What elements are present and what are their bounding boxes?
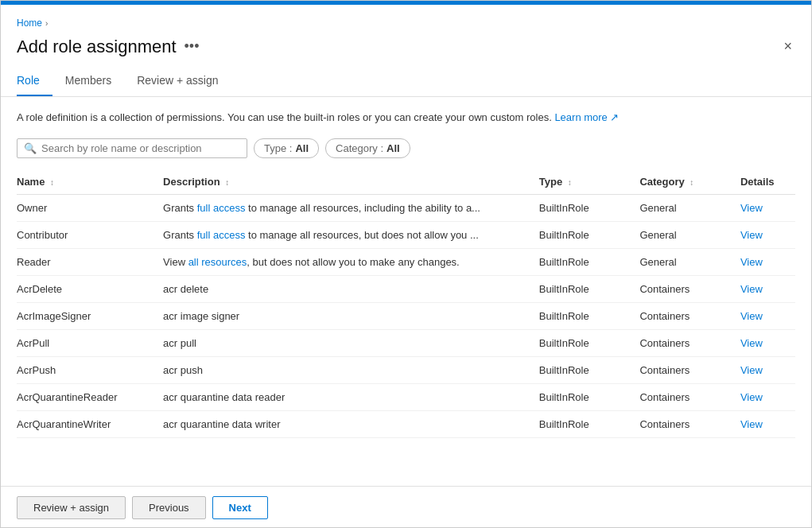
cell-type: BuiltInRole (539, 329, 640, 356)
breadcrumb-home[interactable]: Home (17, 17, 42, 29)
filter-row: 🔍 Type : All Category : All (17, 138, 795, 158)
category-filter-label: Category : (336, 142, 383, 154)
search-icon: 🔍 (24, 142, 37, 154)
desc-link[interactable]: full access (197, 229, 246, 241)
cell-name: Owner (17, 194, 163, 221)
cell-details[interactable]: View (740, 248, 795, 275)
page-title: Add role assignment ••• (17, 37, 199, 57)
cell-category: Containers (639, 410, 740, 437)
tab-review-assign[interactable]: Review + assign (137, 68, 231, 96)
table-body: OwnerGrants full access to manage all re… (17, 194, 795, 437)
cell-type: BuiltInRole (539, 248, 640, 275)
cell-details[interactable]: View (740, 221, 795, 248)
cell-details[interactable]: View (740, 383, 795, 410)
tab-bar: Role Members Review + assign (17, 68, 795, 96)
cell-name: AcrPull (17, 329, 163, 356)
cell-description: acr push (163, 356, 539, 383)
table-row[interactable]: ReaderView all resources, but does not a… (17, 248, 795, 275)
desc-link[interactable]: full access (197, 202, 246, 214)
cell-description: acr delete (163, 275, 539, 302)
review-assign-button[interactable]: Review + assign (17, 496, 126, 519)
col-header-name[interactable]: Name ↕ (17, 169, 163, 195)
main-content: A role definition is a collection of per… (1, 97, 811, 486)
view-link[interactable]: View (740, 337, 763, 349)
view-link[interactable]: View (740, 202, 763, 214)
next-button[interactable]: Next (212, 496, 268, 519)
table-row[interactable]: AcrQuarantineReaderacr quarantine data r… (17, 383, 795, 410)
col-header-description[interactable]: Description ↕ (163, 169, 539, 195)
cell-category: Containers (639, 302, 740, 329)
cell-type: BuiltInRole (539, 410, 640, 437)
cell-description: Grants full access to manage all resourc… (163, 221, 539, 248)
category-filter-value: All (387, 142, 400, 154)
category-filter-button[interactable]: Category : All (325, 138, 410, 158)
view-link[interactable]: View (740, 391, 763, 403)
cell-details[interactable]: View (740, 410, 795, 437)
roles-table-container: Name ↕ Description ↕ Type ↕ Category (17, 169, 795, 438)
table-row[interactable]: ContributorGrants full access to manage … (17, 221, 795, 248)
cell-type: BuiltInRole (539, 194, 640, 221)
view-link[interactable]: View (740, 256, 763, 268)
cell-details[interactable]: View (740, 356, 795, 383)
col-header-details: Details (740, 169, 795, 195)
view-link[interactable]: View (740, 310, 763, 322)
cell-name: AcrDelete (17, 275, 163, 302)
footer-bar: Review + assign Previous Next (1, 486, 811, 528)
type-filter-button[interactable]: Type : All (254, 138, 319, 158)
col-header-category[interactable]: Category ↕ (639, 169, 740, 195)
cell-category: Containers (639, 356, 740, 383)
cell-type: BuiltInRole (539, 383, 640, 410)
cell-category: Containers (639, 275, 740, 302)
sort-icon-type: ↕ (568, 178, 572, 187)
cell-type: BuiltInRole (539, 302, 640, 329)
col-header-type[interactable]: Type ↕ (539, 169, 640, 195)
cell-details[interactable]: View (740, 275, 795, 302)
tab-members[interactable]: Members (65, 68, 124, 96)
desc-link[interactable]: all resources (188, 256, 247, 268)
previous-button[interactable]: Previous (132, 496, 206, 519)
table-header-row: Name ↕ Description ↕ Type ↕ Category (17, 169, 795, 195)
table-row[interactable]: AcrQuarantineWriteracr quarantine data w… (17, 410, 795, 437)
cell-name: AcrPush (17, 356, 163, 383)
cell-description: acr pull (163, 329, 539, 356)
cell-category: Containers (639, 383, 740, 410)
type-filter-value: All (295, 142, 309, 154)
table-row[interactable]: AcrDeleteacr deleteBuiltInRoleContainers… (17, 275, 795, 302)
cell-category: Containers (639, 329, 740, 356)
cell-category: General (639, 194, 740, 221)
type-filter-label: Type : (264, 142, 292, 154)
breadcrumb: Home › (17, 17, 795, 29)
roles-table: Name ↕ Description ↕ Type ↕ Category (17, 169, 795, 438)
close-button[interactable]: × (780, 35, 795, 58)
cell-category: General (639, 248, 740, 275)
more-options-icon[interactable]: ••• (185, 38, 200, 55)
cell-name: Reader (17, 248, 163, 275)
cell-details[interactable]: View (740, 194, 795, 221)
search-input[interactable] (41, 142, 240, 154)
cell-description: Grants full access to manage all resourc… (163, 194, 539, 221)
cell-description: View all resources, but does not allow y… (163, 248, 539, 275)
tab-role[interactable]: Role (17, 68, 52, 96)
cell-details[interactable]: View (740, 302, 795, 329)
search-box[interactable]: 🔍 (17, 138, 247, 158)
table-row[interactable]: AcrPullacr pullBuiltInRoleContainersView (17, 329, 795, 356)
learn-more-link[interactable]: Learn more ↗ (554, 111, 619, 123)
table-row[interactable]: AcrPushacr pushBuiltInRoleContainersView (17, 356, 795, 383)
sort-icon-description: ↕ (225, 178, 229, 187)
cell-type: BuiltInRole (539, 356, 640, 383)
table-row[interactable]: AcrImageSigneracr image signerBuiltInRol… (17, 302, 795, 329)
cell-name: AcrImageSigner (17, 302, 163, 329)
external-link-icon: ↗ (610, 111, 619, 123)
view-link[interactable]: View (740, 364, 763, 376)
sort-icon-category: ↕ (690, 178, 694, 187)
description-text: A role definition is a collection of per… (17, 110, 795, 126)
view-link[interactable]: View (740, 283, 763, 295)
view-link[interactable]: View (740, 229, 763, 241)
cell-details[interactable]: View (740, 329, 795, 356)
table-row[interactable]: OwnerGrants full access to manage all re… (17, 194, 795, 221)
cell-description: acr image signer (163, 302, 539, 329)
breadcrumb-chevron: › (45, 19, 48, 28)
cell-category: General (639, 221, 740, 248)
cell-description: acr quarantine data reader (163, 383, 539, 410)
view-link[interactable]: View (740, 418, 763, 430)
